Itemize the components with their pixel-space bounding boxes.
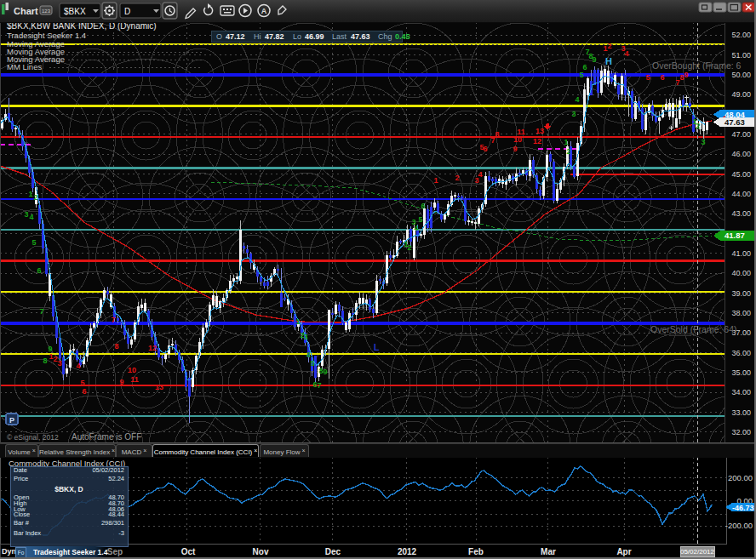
svg-text:123: 123 bbox=[42, 9, 51, 14]
svg-text:5: 5 bbox=[645, 73, 650, 82]
svg-text:41.00: 41.00 bbox=[731, 249, 751, 258]
svg-text:9: 9 bbox=[119, 378, 123, 386]
svg-text:Bar Index: Bar Index bbox=[14, 529, 41, 537]
svg-text:8: 8 bbox=[495, 130, 499, 139]
svg-text:Dec: Dec bbox=[325, 547, 341, 556]
svg-text:H: H bbox=[605, 56, 612, 66]
svg-text:47.63: 47.63 bbox=[724, 117, 745, 127]
svg-text:Sep: Sep bbox=[107, 547, 123, 556]
svg-text:7: 7 bbox=[39, 307, 43, 316]
svg-text:2: 2 bbox=[566, 147, 570, 156]
svg-text:34.00: 34.00 bbox=[731, 388, 751, 396]
svg-text:Chg: Chg bbox=[378, 32, 392, 41]
svg-text:5: 5 bbox=[418, 215, 422, 224]
svg-text:13: 13 bbox=[155, 383, 163, 391]
svg-text:9: 9 bbox=[323, 368, 327, 376]
svg-text:D: D bbox=[124, 7, 130, 16]
svg-text:4: 4 bbox=[624, 49, 628, 58]
svg-text:47.00: 47.00 bbox=[731, 130, 751, 139]
svg-text:5: 5 bbox=[310, 359, 314, 368]
svg-text:OverBought (Frame: 6: OverBought (Frame: 6 bbox=[652, 60, 742, 71]
svg-text:P: P bbox=[9, 416, 14, 425]
svg-text:10: 10 bbox=[513, 135, 522, 144]
svg-text:33.00: 33.00 bbox=[731, 408, 751, 417]
svg-text:6: 6 bbox=[483, 145, 487, 153]
svg-text:5: 5 bbox=[80, 379, 84, 387]
svg-text:44.00: 44.00 bbox=[731, 190, 751, 198]
svg-text:47.82: 47.82 bbox=[265, 32, 284, 41]
svg-text:Mar: Mar bbox=[541, 547, 556, 556]
svg-text:1: 1 bbox=[295, 317, 300, 326]
svg-text:6: 6 bbox=[582, 63, 587, 71]
svg-text:-46.73: -46.73 bbox=[732, 504, 754, 512]
svg-text:52.24: 52.24 bbox=[108, 475, 124, 482]
svg-text:6: 6 bbox=[37, 266, 41, 275]
svg-text:13: 13 bbox=[536, 127, 544, 135]
svg-text:43.00: 43.00 bbox=[731, 209, 751, 218]
svg-text:05/02/2012: 05/02/2012 bbox=[680, 548, 715, 556]
svg-text:© eSignal, 2012: © eSignal, 2012 bbox=[7, 433, 59, 442]
svg-text:1: 1 bbox=[564, 138, 568, 146]
svg-text:6: 6 bbox=[421, 202, 425, 210]
svg-text:8: 8 bbox=[114, 342, 118, 351]
svg-text:9: 9 bbox=[513, 145, 517, 153]
svg-text:L: L bbox=[374, 342, 380, 352]
svg-text:Nov: Nov bbox=[253, 547, 269, 556]
svg-text:52.00: 52.00 bbox=[731, 31, 751, 39]
svg-text:2: 2 bbox=[607, 42, 611, 50]
svg-text:0.45: 0.45 bbox=[395, 32, 410, 41]
svg-text:4: 4 bbox=[414, 224, 418, 232]
svg-text:OverSold (Frame: 64): OverSold (Frame: 64) bbox=[650, 324, 737, 334]
svg-text:39.00: 39.00 bbox=[731, 289, 751, 298]
svg-text:40.00: 40.00 bbox=[731, 269, 751, 277]
svg-text:35.00: 35.00 bbox=[731, 368, 751, 377]
svg-text:7: 7 bbox=[111, 316, 115, 324]
svg-text:9: 9 bbox=[684, 71, 688, 79]
svg-text:298/301: 298/301 bbox=[101, 519, 124, 527]
svg-text:47.12: 47.12 bbox=[226, 32, 245, 41]
svg-text:45.00: 45.00 bbox=[731, 170, 751, 179]
svg-text:2012: 2012 bbox=[398, 547, 417, 556]
svg-text:36.00: 36.00 bbox=[731, 349, 751, 357]
svg-text:Close: Close bbox=[14, 511, 30, 518]
svg-text:Chart: Chart bbox=[14, 6, 38, 16]
svg-text:4: 4 bbox=[478, 170, 482, 179]
svg-text:Last: Last bbox=[332, 32, 347, 41]
svg-text:2: 2 bbox=[696, 122, 700, 130]
svg-text:200.00: 200.00 bbox=[728, 473, 753, 482]
svg-text:2: 2 bbox=[455, 174, 459, 182]
svg-text:50.00: 50.00 bbox=[731, 71, 751, 79]
svg-text:2: 2 bbox=[407, 243, 411, 252]
svg-text:49.00: 49.00 bbox=[731, 90, 751, 99]
svg-text:Lo: Lo bbox=[293, 32, 301, 41]
svg-text:3: 3 bbox=[24, 210, 28, 219]
svg-text:1: 1 bbox=[433, 176, 438, 185]
svg-text:9: 9 bbox=[592, 55, 596, 64]
svg-text:-3: -3 bbox=[118, 529, 124, 537]
svg-text:10: 10 bbox=[128, 366, 136, 374]
svg-text:Feb: Feb bbox=[468, 547, 484, 556]
svg-text:Oct: Oct bbox=[181, 547, 196, 556]
svg-text:11: 11 bbox=[130, 375, 139, 384]
svg-text:12: 12 bbox=[148, 344, 157, 352]
svg-text:Tradesight Seeker 1.4: Tradesight Seeker 1.4 bbox=[7, 31, 86, 40]
svg-text:Hi: Hi bbox=[254, 32, 261, 41]
svg-text:51.00: 51.00 bbox=[731, 51, 751, 60]
svg-text:$BKX: $BKX bbox=[64, 7, 86, 16]
svg-text:MM Lines: MM Lines bbox=[7, 62, 42, 71]
svg-text:3: 3 bbox=[303, 333, 307, 341]
svg-text:4: 4 bbox=[76, 362, 80, 370]
svg-text:Date: Date bbox=[14, 466, 27, 474]
svg-text:5: 5 bbox=[579, 71, 583, 79]
svg-text:3: 3 bbox=[701, 138, 705, 146]
svg-text:A: A bbox=[261, 7, 267, 15]
svg-text:$BKX, D: $BKX, D bbox=[54, 485, 83, 493]
svg-text:4: 4 bbox=[575, 95, 579, 104]
svg-text:5: 5 bbox=[32, 238, 36, 247]
svg-text:6: 6 bbox=[660, 73, 664, 82]
svg-text:1: 1 bbox=[28, 190, 32, 198]
svg-text:3: 3 bbox=[571, 110, 576, 118]
svg-text:-200.00: -200.00 bbox=[725, 521, 753, 530]
svg-text:48.44: 48.44 bbox=[108, 511, 124, 518]
svg-text:41.87: 41.87 bbox=[724, 231, 745, 240]
